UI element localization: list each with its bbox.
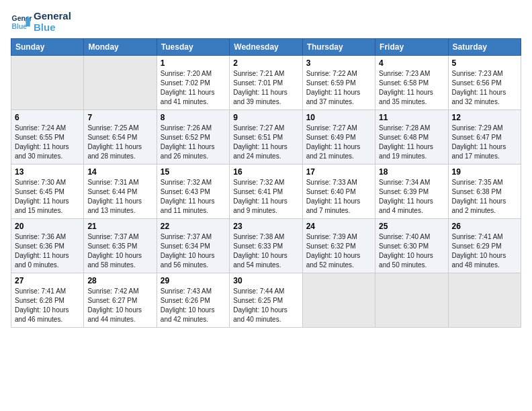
calendar-cell: 15Sunrise: 7:32 AMSunset: 6:43 PMDayligh…: [157, 165, 229, 219]
calendar-cell: 9Sunrise: 7:27 AMSunset: 6:51 PMDaylight…: [230, 110, 302, 165]
logo-blue: Blue: [34, 22, 71, 34]
calendar-cell: 24Sunrise: 7:39 AMSunset: 6:32 PMDayligh…: [302, 219, 375, 273]
calendar-cell: [448, 273, 521, 328]
calendar-cell: [302, 273, 375, 328]
day-number: 18: [379, 167, 444, 177]
day-info: Sunrise: 7:28 AMSunset: 6:48 PMDaylight:…: [379, 124, 444, 161]
calendar-header-row: SundayMondayTuesdayWednesdayThursdayFrid…: [11, 39, 521, 56]
day-number: 26: [452, 222, 517, 231]
calendar-week-row: 6Sunrise: 7:24 AMSunset: 6:55 PMDaylight…: [11, 110, 521, 165]
calendar-week-row: 1Sunrise: 7:20 AMSunset: 7:02 PMDaylight…: [11, 56, 521, 110]
day-info: Sunrise: 7:38 AMSunset: 6:33 PMDaylight:…: [233, 232, 298, 270]
day-number: 21: [87, 222, 152, 231]
day-info: Sunrise: 7:30 AMSunset: 6:45 PMDaylight:…: [15, 178, 80, 216]
calendar-cell: 14Sunrise: 7:31 AMSunset: 6:44 PMDayligh…: [84, 165, 157, 219]
calendar-cell: 20Sunrise: 7:36 AMSunset: 6:36 PMDayligh…: [11, 219, 84, 273]
day-number: 3: [306, 58, 371, 68]
calendar-week-row: 27Sunrise: 7:41 AMSunset: 6:28 PMDayligh…: [11, 273, 521, 328]
day-number: 5: [452, 58, 517, 68]
day-info: Sunrise: 7:40 AMSunset: 6:30 PMDaylight:…: [379, 232, 444, 270]
day-info: Sunrise: 7:31 AMSunset: 6:44 PMDaylight:…: [87, 178, 152, 216]
day-info: Sunrise: 7:23 AMSunset: 6:56 PMDaylight:…: [452, 69, 517, 107]
day-info: Sunrise: 7:27 AMSunset: 6:49 PMDaylight:…: [306, 124, 371, 161]
calendar-cell: 8Sunrise: 7:26 AMSunset: 6:52 PMDaylight…: [157, 110, 229, 165]
day-number: 12: [452, 113, 517, 122]
weekday-header: Tuesday: [157, 39, 229, 56]
day-info: Sunrise: 7:35 AMSunset: 6:38 PMDaylight:…: [452, 178, 517, 216]
calendar-cell: [11, 56, 84, 110]
day-number: 19: [452, 167, 517, 177]
calendar-cell: [375, 273, 448, 328]
calendar-week-row: 20Sunrise: 7:36 AMSunset: 6:36 PMDayligh…: [11, 219, 521, 273]
calendar-cell: 17Sunrise: 7:33 AMSunset: 6:40 PMDayligh…: [302, 165, 375, 219]
day-number: 23: [233, 222, 298, 231]
calendar-body: 1Sunrise: 7:20 AMSunset: 7:02 PMDaylight…: [11, 56, 521, 328]
day-number: 20: [15, 222, 80, 231]
calendar-table: SundayMondayTuesdayWednesdayThursdayFrid…: [11, 38, 521, 328]
calendar-cell: 27Sunrise: 7:41 AMSunset: 6:28 PMDayligh…: [11, 273, 84, 328]
calendar-week-row: 13Sunrise: 7:30 AMSunset: 6:45 PMDayligh…: [11, 165, 521, 219]
day-info: Sunrise: 7:41 AMSunset: 6:29 PMDaylight:…: [452, 232, 517, 270]
calendar-cell: 21Sunrise: 7:37 AMSunset: 6:35 PMDayligh…: [84, 219, 157, 273]
calendar-cell: 22Sunrise: 7:37 AMSunset: 6:34 PMDayligh…: [157, 219, 229, 273]
day-number: 16: [233, 167, 298, 177]
day-number: 13: [15, 167, 80, 177]
weekday-header: Friday: [375, 39, 448, 56]
calendar-cell: 10Sunrise: 7:27 AMSunset: 6:49 PMDayligh…: [302, 110, 375, 165]
day-info: Sunrise: 7:25 AMSunset: 6:54 PMDaylight:…: [87, 124, 152, 161]
svg-text:Blue: Blue: [12, 22, 28, 30]
day-number: 22: [161, 222, 226, 231]
day-number: 27: [15, 276, 80, 285]
day-number: 6: [15, 113, 80, 122]
day-info: Sunrise: 7:20 AMSunset: 7:02 PMDaylight:…: [161, 69, 226, 107]
day-info: Sunrise: 7:42 AMSunset: 6:27 PMDaylight:…: [87, 287, 152, 324]
day-number: 14: [87, 167, 152, 177]
calendar-cell: 28Sunrise: 7:42 AMSunset: 6:27 PMDayligh…: [84, 273, 157, 328]
calendar-cell: 11Sunrise: 7:28 AMSunset: 6:48 PMDayligh…: [375, 110, 448, 165]
day-info: Sunrise: 7:37 AMSunset: 6:34 PMDaylight:…: [161, 232, 226, 270]
calendar-cell: 3Sunrise: 7:22 AMSunset: 6:59 PMDaylight…: [302, 56, 375, 110]
calendar-cell: 25Sunrise: 7:40 AMSunset: 6:30 PMDayligh…: [375, 219, 448, 273]
calendar-cell: 13Sunrise: 7:30 AMSunset: 6:45 PMDayligh…: [11, 165, 84, 219]
day-number: 1: [161, 58, 226, 68]
page-header: General Blue General Blue: [11, 11, 521, 33]
day-info: Sunrise: 7:36 AMSunset: 6:36 PMDaylight:…: [15, 232, 80, 270]
calendar-cell: 2Sunrise: 7:21 AMSunset: 7:01 PMDaylight…: [230, 56, 302, 110]
day-info: Sunrise: 7:34 AMSunset: 6:39 PMDaylight:…: [379, 178, 444, 216]
day-number: 8: [161, 113, 226, 122]
calendar-cell: 19Sunrise: 7:35 AMSunset: 6:38 PMDayligh…: [448, 165, 521, 219]
logo-general: General: [34, 11, 71, 22]
calendar-cell: 4Sunrise: 7:23 AMSunset: 6:58 PMDaylight…: [375, 56, 448, 110]
day-info: Sunrise: 7:33 AMSunset: 6:40 PMDaylight:…: [306, 178, 371, 216]
day-number: 25: [379, 222, 444, 231]
day-number: 9: [233, 113, 298, 122]
day-number: 11: [379, 113, 444, 122]
day-info: Sunrise: 7:37 AMSunset: 6:35 PMDaylight:…: [87, 232, 152, 270]
day-number: 30: [233, 276, 298, 285]
day-info: Sunrise: 7:39 AMSunset: 6:32 PMDaylight:…: [306, 232, 371, 270]
day-info: Sunrise: 7:23 AMSunset: 6:58 PMDaylight:…: [379, 69, 444, 107]
weekday-header: Thursday: [302, 39, 375, 56]
day-info: Sunrise: 7:21 AMSunset: 7:01 PMDaylight:…: [233, 69, 298, 107]
calendar-cell: 1Sunrise: 7:20 AMSunset: 7:02 PMDaylight…: [157, 56, 229, 110]
day-info: Sunrise: 7:24 AMSunset: 6:55 PMDaylight:…: [15, 124, 80, 161]
day-info: Sunrise: 7:43 AMSunset: 6:26 PMDaylight:…: [161, 287, 226, 324]
day-number: 10: [306, 113, 371, 122]
calendar-cell: 12Sunrise: 7:29 AMSunset: 6:47 PMDayligh…: [448, 110, 521, 165]
day-info: Sunrise: 7:27 AMSunset: 6:51 PMDaylight:…: [233, 124, 298, 161]
day-number: 15: [161, 167, 226, 177]
calendar-cell: 5Sunrise: 7:23 AMSunset: 6:56 PMDaylight…: [448, 56, 521, 110]
weekday-header: Wednesday: [230, 39, 302, 56]
weekday-header: Sunday: [11, 39, 84, 56]
weekday-header: Saturday: [448, 39, 521, 56]
logo: General Blue General Blue: [11, 11, 71, 33]
calendar-cell: 7Sunrise: 7:25 AMSunset: 6:54 PMDaylight…: [84, 110, 157, 165]
calendar-cell: 6Sunrise: 7:24 AMSunset: 6:55 PMDaylight…: [11, 110, 84, 165]
day-number: 17: [306, 167, 371, 177]
weekday-header: Monday: [84, 39, 157, 56]
day-info: Sunrise: 7:32 AMSunset: 6:41 PMDaylight:…: [233, 178, 298, 216]
day-info: Sunrise: 7:26 AMSunset: 6:52 PMDaylight:…: [161, 124, 226, 161]
day-number: 7: [87, 113, 152, 122]
calendar-cell: [84, 56, 157, 110]
calendar-cell: 26Sunrise: 7:41 AMSunset: 6:29 PMDayligh…: [448, 219, 521, 273]
